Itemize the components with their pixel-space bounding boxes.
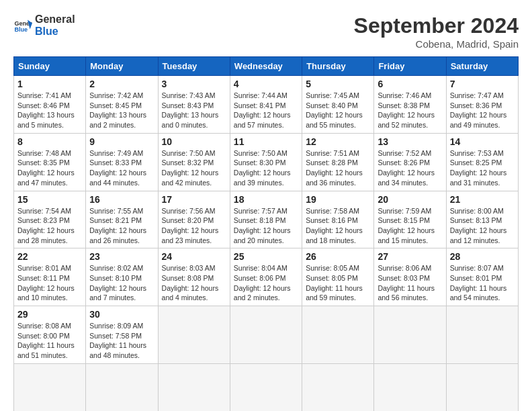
day-cell-25: 25 Sunrise: 8:04 AM Sunset: 8:06 PM Dayl…: [230, 248, 302, 306]
empty-cell: [158, 306, 230, 364]
day-number-8: 8: [17, 136, 82, 147]
day-cell-14: 14 Sunrise: 7:53 AM Sunset: 8:25 PM Dayl…: [446, 133, 518, 191]
empty-cell: [86, 363, 158, 411]
day-cell-17: 17 Sunrise: 7:56 AM Sunset: 8:20 PM Dayl…: [158, 191, 230, 248]
day-number-5: 5: [306, 79, 370, 89]
empty-cell: [302, 306, 374, 364]
month-title: September 2024: [354, 13, 519, 38]
day-info-22: Sunrise: 8:01 AM Sunset: 8:11 PM Dayligh…: [17, 263, 82, 303]
day-info-9: Sunrise: 7:49 AM Sunset: 8:33 PM Dayligh…: [89, 148, 154, 188]
day-cell-7: 7 Sunrise: 7:47 AM Sunset: 8:36 PM Dayli…: [446, 76, 518, 134]
day-info-16: Sunrise: 7:55 AM Sunset: 8:21 PM Dayligh…: [89, 206, 154, 246]
day-info-30: Sunrise: 8:09 AM Sunset: 7:58 PM Dayligh…: [89, 321, 154, 361]
empty-cell: [230, 363, 302, 411]
day-cell-26: 26 Sunrise: 8:05 AM Sunset: 8:05 PM Dayl…: [302, 248, 374, 306]
day-cell-24: 24 Sunrise: 8:03 AM Sunset: 8:08 PM Dayl…: [158, 248, 230, 306]
day-number-12: 12: [306, 136, 370, 147]
day-number-25: 25: [234, 251, 298, 262]
col-saturday: Saturday: [446, 57, 518, 76]
empty-cell: [302, 363, 374, 411]
calendar-header-row: Sunday Monday Tuesday Wednesday Thursday…: [14, 57, 519, 76]
calendar-week-row: [14, 363, 519, 411]
empty-cell: [230, 306, 302, 364]
svg-text:Blue: Blue: [14, 26, 28, 33]
day-cell-16: 16 Sunrise: 7:55 AM Sunset: 8:21 PM Dayl…: [86, 191, 158, 248]
day-cell-12: 12 Sunrise: 7:51 AM Sunset: 8:28 PM Dayl…: [302, 133, 374, 191]
day-info-2: Sunrise: 7:42 AM Sunset: 8:45 PM Dayligh…: [89, 91, 154, 130]
logo-blue: Blue: [35, 26, 75, 38]
calendar-week-row: 29 Sunrise: 8:08 AM Sunset: 8:00 PM Dayl…: [14, 306, 519, 364]
calendar-week-row: 22 Sunrise: 8:01 AM Sunset: 8:11 PM Dayl…: [14, 248, 519, 306]
day-info-3: Sunrise: 7:43 AM Sunset: 8:43 PM Dayligh…: [162, 91, 226, 130]
day-info-14: Sunrise: 7:53 AM Sunset: 8:25 PM Dayligh…: [450, 148, 515, 188]
day-number-16: 16: [89, 194, 154, 205]
col-thursday: Thursday: [302, 57, 374, 76]
calendar-table: Sunday Monday Tuesday Wednesday Thursday…: [13, 56, 519, 411]
page-header: General Blue General Blue September 2024…: [13, 13, 519, 50]
day-number-20: 20: [378, 194, 442, 205]
day-number-28: 28: [450, 251, 515, 262]
day-cell-15: 15 Sunrise: 7:54 AM Sunset: 8:23 PM Dayl…: [14, 191, 86, 248]
day-number-10: 10: [162, 136, 226, 147]
day-info-8: Sunrise: 7:48 AM Sunset: 8:35 PM Dayligh…: [17, 148, 82, 188]
day-cell-6: 6 Sunrise: 7:46 AM Sunset: 8:38 PM Dayli…: [374, 76, 446, 134]
day-info-21: Sunrise: 8:00 AM Sunset: 8:13 PM Dayligh…: [450, 206, 515, 246]
day-info-6: Sunrise: 7:46 AM Sunset: 8:38 PM Dayligh…: [378, 91, 442, 130]
day-cell-2: 2 Sunrise: 7:42 AM Sunset: 8:45 PM Dayli…: [86, 76, 158, 134]
empty-cell: [14, 363, 86, 411]
calendar-week-row: 15 Sunrise: 7:54 AM Sunset: 8:23 PM Dayl…: [14, 191, 519, 248]
day-info-23: Sunrise: 8:02 AM Sunset: 8:10 PM Dayligh…: [89, 263, 154, 303]
day-cell-30: 30 Sunrise: 8:09 AM Sunset: 7:58 PM Dayl…: [86, 306, 158, 364]
logo-icon: General Blue: [13, 16, 32, 35]
day-cell-29: 29 Sunrise: 8:08 AM Sunset: 8:00 PM Dayl…: [14, 306, 86, 364]
day-cell-21: 21 Sunrise: 8:00 AM Sunset: 8:13 PM Dayl…: [446, 191, 518, 248]
day-number-11: 11: [234, 136, 298, 147]
day-cell-5: 5 Sunrise: 7:45 AM Sunset: 8:40 PM Dayli…: [302, 76, 374, 134]
day-cell-13: 13 Sunrise: 7:52 AM Sunset: 8:26 PM Dayl…: [374, 133, 446, 191]
day-number-7: 7: [450, 79, 515, 89]
day-number-13: 13: [378, 136, 442, 147]
day-info-13: Sunrise: 7:52 AM Sunset: 8:26 PM Dayligh…: [378, 148, 442, 188]
logo-general: General: [35, 13, 75, 26]
day-info-20: Sunrise: 7:59 AM Sunset: 8:15 PM Dayligh…: [378, 206, 442, 246]
day-cell-22: 22 Sunrise: 8:01 AM Sunset: 8:11 PM Dayl…: [14, 248, 86, 306]
day-number-1: 1: [17, 79, 82, 89]
day-number-6: 6: [378, 79, 442, 89]
location: Cobena, Madrid, Spain: [354, 38, 519, 50]
col-monday: Monday: [86, 57, 158, 76]
day-info-24: Sunrise: 8:03 AM Sunset: 8:08 PM Dayligh…: [162, 263, 226, 303]
day-number-21: 21: [450, 194, 515, 205]
day-number-23: 23: [89, 251, 154, 262]
day-number-3: 3: [162, 79, 226, 89]
day-number-29: 29: [17, 309, 82, 320]
day-number-30: 30: [89, 309, 154, 320]
calendar-week-row: 8 Sunrise: 7:48 AM Sunset: 8:35 PM Dayli…: [14, 133, 519, 191]
day-number-2: 2: [89, 79, 154, 89]
day-info-5: Sunrise: 7:45 AM Sunset: 8:40 PM Dayligh…: [306, 91, 370, 130]
day-number-18: 18: [234, 194, 298, 205]
day-number-22: 22: [17, 251, 82, 262]
day-number-19: 19: [306, 194, 370, 205]
col-friday: Friday: [374, 57, 446, 76]
logo: General Blue General Blue: [13, 13, 75, 37]
day-info-27: Sunrise: 8:06 AM Sunset: 8:03 PM Dayligh…: [378, 263, 442, 303]
day-cell-27: 27 Sunrise: 8:06 AM Sunset: 8:03 PM Dayl…: [374, 248, 446, 306]
empty-cell: [158, 363, 230, 411]
day-cell-10: 10 Sunrise: 7:50 AM Sunset: 8:32 PM Dayl…: [158, 133, 230, 191]
day-number-26: 26: [306, 251, 370, 262]
day-cell-3: 3 Sunrise: 7:43 AM Sunset: 8:43 PM Dayli…: [158, 76, 230, 134]
day-cell-28: 28 Sunrise: 8:07 AM Sunset: 8:01 PM Dayl…: [446, 248, 518, 306]
empty-cell: [374, 363, 446, 411]
day-info-26: Sunrise: 8:05 AM Sunset: 8:05 PM Dayligh…: [306, 263, 370, 303]
empty-cell: [374, 306, 446, 364]
day-info-25: Sunrise: 8:04 AM Sunset: 8:06 PM Dayligh…: [234, 263, 298, 303]
day-cell-18: 18 Sunrise: 7:57 AM Sunset: 8:18 PM Dayl…: [230, 191, 302, 248]
col-wednesday: Wednesday: [230, 57, 302, 76]
day-info-29: Sunrise: 8:08 AM Sunset: 8:00 PM Dayligh…: [17, 321, 82, 361]
day-cell-4: 4 Sunrise: 7:44 AM Sunset: 8:41 PM Dayli…: [230, 76, 302, 134]
day-number-4: 4: [234, 79, 298, 89]
day-number-17: 17: [162, 194, 226, 205]
day-info-4: Sunrise: 7:44 AM Sunset: 8:41 PM Dayligh…: [234, 91, 298, 130]
empty-cell: [446, 363, 518, 411]
day-info-10: Sunrise: 7:50 AM Sunset: 8:32 PM Dayligh…: [162, 148, 226, 188]
